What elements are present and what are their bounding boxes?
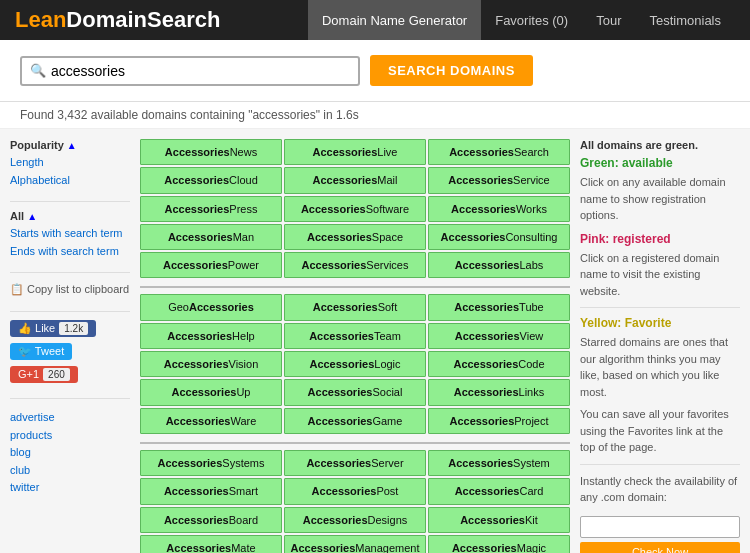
domain-cell[interactable]: AccessoriesBoard — [140, 507, 282, 533]
domain-cell[interactable]: AccessoriesWare — [140, 408, 282, 434]
domain-cell[interactable]: AccessoriesSpace — [284, 224, 426, 250]
footer-products[interactable]: products — [10, 427, 130, 445]
nav-favorites[interactable]: Favorites (0) — [481, 0, 582, 40]
domain-cell[interactable]: AccessoriesServices — [284, 252, 426, 278]
domain-cell[interactable]: AccessoriesMail — [284, 167, 426, 193]
grid-section-1: AccessoriesNewsAccessoriesLiveAccessorie… — [140, 139, 570, 278]
domain-cell[interactable]: AccessoriesPost — [284, 478, 426, 504]
domain-row: GeoAccessoriesAccessoriesSoftAccessories… — [140, 294, 570, 320]
domain-cell[interactable]: AccessoriesTube — [428, 294, 570, 320]
check-now-section: Check Now — [580, 516, 740, 554]
left-sidebar: Popularity ▲ Length Alphabetical All ▲ S… — [10, 139, 130, 553]
domain-cell[interactable]: AccessoriesPower — [140, 252, 282, 278]
domain-cell[interactable]: AccessoriesCloud — [140, 167, 282, 193]
domain-cell[interactable]: AccessoriesVision — [140, 351, 282, 377]
search-button[interactable]: SEARCH DOMAINS — [370, 55, 533, 86]
domain-cell[interactable]: AccessoriesSystem — [428, 450, 570, 476]
right-sep-2 — [580, 464, 740, 465]
sort-alpha[interactable]: Alphabetical — [10, 172, 130, 190]
domain-cell[interactable]: AccessoriesMan — [140, 224, 282, 250]
domain-cell[interactable]: AccessoriesPress — [140, 196, 282, 222]
footer-blog[interactable]: blog — [10, 444, 130, 462]
tweet-button[interactable]: 🐦 Tweet — [10, 343, 72, 360]
footer-advertise[interactable]: advertise — [10, 409, 130, 427]
sidebar-sep-3 — [10, 311, 130, 312]
search-area: 🔍 SEARCH DOMAINS — [0, 40, 750, 102]
domain-row: AccessoriesHelpAccessoriesTeamAccessorie… — [140, 323, 570, 349]
grid-sep-1 — [140, 286, 570, 288]
domain-cell[interactable]: AccessoriesLinks — [428, 379, 570, 405]
check-now-input[interactable] — [580, 516, 740, 538]
domain-row: AccessoriesCloudAccessoriesMailAccessori… — [140, 167, 570, 193]
domain-cell[interactable]: AccessoriesSoft — [284, 294, 426, 320]
sort-label: Popularity ▲ — [10, 139, 130, 151]
domain-cell[interactable]: GeoAccessories — [140, 294, 282, 320]
domain-row: AccessoriesVisionAccessoriesLogicAccesso… — [140, 351, 570, 377]
sidebar-sep-1 — [10, 201, 130, 202]
domain-cell[interactable]: AccessoriesUp — [140, 379, 282, 405]
domain-cell[interactable]: AccessoriesGame — [284, 408, 426, 434]
domain-cell[interactable]: AccessoriesLive — [284, 139, 426, 165]
domain-cell[interactable]: AccessoriesCard — [428, 478, 570, 504]
domain-cell[interactable]: AccessoriesDesigns — [284, 507, 426, 533]
domain-row: AccessoriesPressAccessoriesSoftwareAcces… — [140, 196, 570, 222]
domain-cell[interactable]: AccessoriesSocial — [284, 379, 426, 405]
sort-length[interactable]: Length — [10, 154, 130, 172]
domain-cell[interactable]: AccessoriesMagic — [428, 535, 570, 553]
domain-cell[interactable]: AccessoriesLogic — [284, 351, 426, 377]
sidebar-sep-4 — [10, 398, 130, 399]
copy-clipboard[interactable]: 📋Copy list to clipboard — [10, 281, 130, 299]
domain-cell[interactable]: AccessoriesSoftware — [284, 196, 426, 222]
check-now-button[interactable]: Check Now — [580, 542, 740, 554]
domain-cell[interactable]: AccessoriesTeam — [284, 323, 426, 349]
nav-tour[interactable]: Tour — [582, 0, 635, 40]
grid-section-3: AccessoriesSystemsAccessoriesServerAcces… — [140, 450, 570, 553]
nav-testimonials[interactable]: Testimonials — [635, 0, 735, 40]
domain-cell[interactable]: AccessoriesConsulting — [428, 224, 570, 250]
domain-row: AccessoriesSmartAccessoriesPostAccessori… — [140, 478, 570, 504]
domain-cell[interactable]: AccessoriesView — [428, 323, 570, 349]
domain-cell[interactable]: AccessoriesService — [428, 167, 570, 193]
legend-pink-label: Pink: registered — [580, 232, 740, 246]
logo: LeanDomainSearch — [15, 7, 220, 33]
domain-row: AccessoriesNewsAccessoriesLiveAccessorie… — [140, 139, 570, 165]
domain-cell[interactable]: AccessoriesLabs — [428, 252, 570, 278]
logo-domain: DomainSearch — [66, 7, 220, 32]
legend-pink-text: Click on a registered domain name to vis… — [580, 250, 740, 300]
domain-cell[interactable]: AccessoriesProject — [428, 408, 570, 434]
domain-cell[interactable]: AccessoriesKit — [428, 507, 570, 533]
grid-section-2: GeoAccessoriesAccessoriesSoftAccessories… — [140, 294, 570, 433]
footer-twitter[interactable]: twitter — [10, 479, 130, 497]
footer-club[interactable]: club — [10, 462, 130, 480]
legend-title: All domains are green. — [580, 139, 740, 151]
search-box-wrapper: 🔍 — [20, 56, 360, 86]
domain-row: AccessoriesSystemsAccessoriesServerAcces… — [140, 450, 570, 476]
domain-cell[interactable]: AccessoriesHelp — [140, 323, 282, 349]
main-nav: Domain Name Generator Favorites (0) Tour… — [308, 0, 735, 40]
main-content: Popularity ▲ Length Alphabetical All ▲ S… — [0, 129, 750, 553]
domain-row: AccessoriesMateAccessoriesManagementAcce… — [140, 535, 570, 553]
domain-row: AccessoriesManAccessoriesSpaceAccessorie… — [140, 224, 570, 250]
sort-section: Popularity ▲ Length Alphabetical — [10, 139, 130, 189]
header: LeanDomainSearch Domain Name Generator F… — [0, 0, 750, 40]
search-input[interactable] — [51, 63, 350, 79]
grid-sep-2 — [140, 442, 570, 444]
domain-cell[interactable]: AccessoriesServer — [284, 450, 426, 476]
facebook-like[interactable]: 👍 Like 1.2k — [10, 320, 96, 337]
nav-domain-generator[interactable]: Domain Name Generator — [308, 0, 481, 40]
domain-cell[interactable]: AccessoriesNews — [140, 139, 282, 165]
domain-cell[interactable]: AccessoriesManagement — [284, 535, 426, 553]
domain-cell[interactable]: AccessoriesCode — [428, 351, 570, 377]
right-sidebar: All domains are green. Green: available … — [580, 139, 740, 553]
domain-cell[interactable]: AccessoriesSearch — [428, 139, 570, 165]
filter-section: All ▲ Starts with search term Ends with … — [10, 210, 130, 260]
copy-section: 📋Copy list to clipboard — [10, 281, 130, 299]
domain-cell[interactable]: AccessoriesSmart — [140, 478, 282, 504]
domain-cell[interactable]: AccessoriesWorks — [428, 196, 570, 222]
filter-ends[interactable]: Ends with search term — [10, 243, 130, 261]
filter-starts[interactable]: Starts with search term — [10, 225, 130, 243]
domain-cell[interactable]: AccessoriesMate — [140, 535, 282, 553]
gplus-button[interactable]: G+1 260 — [10, 366, 78, 383]
legend-green-label: Green: available — [580, 156, 740, 170]
domain-cell[interactable]: AccessoriesSystems — [140, 450, 282, 476]
